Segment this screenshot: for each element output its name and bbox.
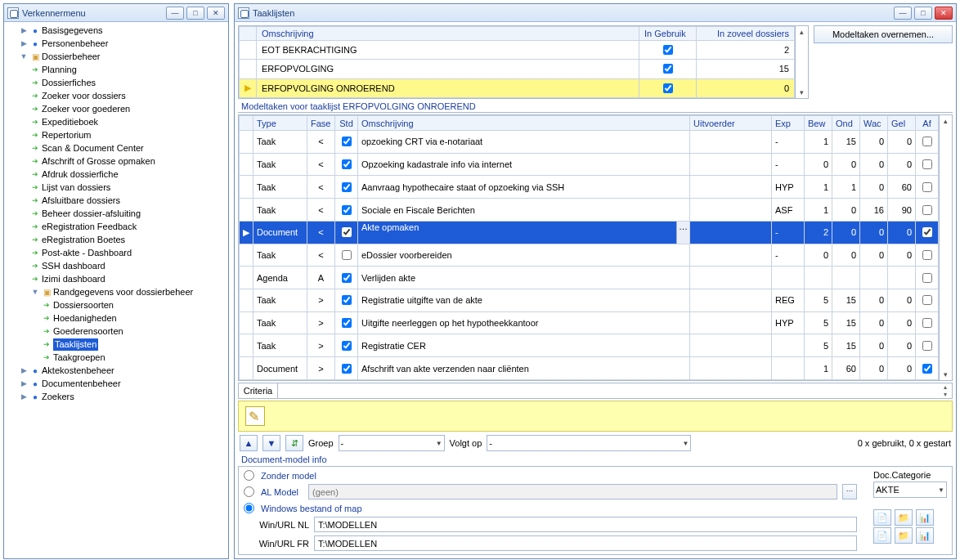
criteria-scroll[interactable]: ▴▾ [939, 383, 952, 398]
table-row[interactable]: ▶Document<Akte opmaken…-2000 [240, 221, 939, 244]
tree-leaf[interactable]: Taaklijsten [42, 338, 98, 351]
col-inzoveel[interactable]: In zoveel dossiers [697, 27, 795, 41]
tree-leaf[interactable]: eRegistration Feedback [30, 221, 137, 233]
col-wac[interactable]: Wac [860, 116, 888, 131]
criteria-value[interactable] [278, 383, 939, 398]
tree-node-zoekers[interactable]: ▶Zoekers [19, 391, 74, 403]
radio-windows-bestand[interactable]: Windows bestand of map [244, 503, 857, 513]
col-bew[interactable]: Bew [805, 116, 832, 131]
tree-leaf[interactable]: eRegistration Boetes [30, 234, 125, 246]
tree-leaf[interactable]: Beheer dossier-afsluiting [30, 208, 141, 220]
maximize-button[interactable]: □ [186, 7, 204, 20]
col-fase[interactable]: Fase [307, 116, 335, 131]
tree-leaf[interactable]: Dossiersoorten [42, 299, 114, 311]
af-checkbox[interactable] [922, 318, 932, 328]
af-checkbox[interactable] [922, 227, 932, 237]
volgtop-combo[interactable]: -▼ [487, 435, 691, 451]
tree-leaf[interactable]: Afdruk dossierfiche [30, 168, 119, 181]
maximize-button[interactable]: □ [914, 7, 932, 20]
ingebruik-checkbox[interactable] [663, 64, 673, 74]
fr-doc-icon[interactable]: 📄 [873, 527, 891, 544]
std-checkbox[interactable] [342, 341, 352, 351]
move-down-button[interactable]: ▼ [262, 435, 280, 451]
tree-leaf[interactable]: Goederensoorten [42, 325, 123, 338]
minimize-button[interactable]: — [894, 7, 912, 20]
std-checkbox[interactable] [342, 137, 352, 146]
table-row[interactable]: Taak>Registratie uitgifte van de akteREG… [240, 289, 939, 312]
tree-leaf[interactable]: Scan & Document Center [30, 142, 144, 155]
table-row[interactable]: Taak<Sociale en Fiscale BerichtenASF1016… [240, 199, 939, 222]
af-checkbox[interactable] [922, 341, 932, 351]
af-checkbox[interactable] [922, 182, 932, 192]
close-button[interactable]: ✕ [935, 7, 953, 20]
tree-node-aktekostenbeheer[interactable]: ▶Aktekostenbeheer [19, 365, 114, 377]
std-checkbox[interactable] [342, 318, 352, 328]
ingebruik-checkbox[interactable] [663, 83, 673, 93]
edit-icon[interactable] [245, 406, 265, 426]
radio-zonder-model[interactable]: Zonder model [244, 470, 857, 481]
std-checkbox[interactable] [342, 182, 352, 192]
col-type[interactable]: Type [253, 116, 307, 131]
col-ond[interactable]: Ond [832, 116, 860, 131]
table-row[interactable]: AgendaAVerlijden akte [240, 267, 939, 289]
modeltaken-overnemen-button[interactable]: Modeltaken overnemen... [814, 25, 953, 43]
table-row[interactable]: EOT BEKRACHTIGING2 [240, 41, 795, 60]
tree-leaf[interactable]: Taakgroepen [42, 352, 105, 364]
col-ingebruik[interactable]: In Gebruik [639, 27, 697, 41]
modeltaken-table[interactable]: Type Fase Std Omschrijving Uitvoerder Ex… [238, 114, 953, 381]
table-row[interactable]: Taak<Opzoeking kadastrale info via inter… [240, 153, 939, 176]
close-button[interactable]: ✕ [207, 7, 225, 20]
table-row[interactable]: Taak>Registratie CER51500 [240, 334, 939, 357]
refresh-button[interactable]: ⇵ [285, 435, 303, 451]
af-checkbox[interactable] [922, 364, 932, 374]
table-row[interactable]: Taak<opzoeking CRT via e-notariaat-11500 [240, 131, 939, 154]
taaklijsten-table[interactable]: Omschrijving In Gebruik In zoveel dossie… [238, 25, 809, 99]
tree-leaf[interactable]: Repertorium [30, 129, 92, 141]
std-checkbox[interactable] [342, 159, 352, 169]
doccategorie-combo[interactable]: AKTE▼ [873, 482, 947, 498]
table-row[interactable]: ERFOPVOLGING15 [240, 60, 795, 78]
af-checkbox[interactable] [922, 159, 932, 169]
table-row[interactable]: Document>Afschrift van akte verzenden na… [240, 357, 939, 380]
tree-leaf[interactable]: Afsluitbare dossiers [30, 195, 120, 207]
std-checkbox[interactable] [342, 227, 352, 237]
tree-leaf[interactable]: SSH dashboard [30, 260, 105, 272]
tree-leaf[interactable]: Afschrift of Grosse opmaken [30, 155, 155, 168]
col-uitvoerder[interactable]: Uitvoerder [690, 116, 772, 131]
tree-leaf[interactable]: Lijst van dossiers [30, 181, 110, 194]
groep-combo[interactable]: -▼ [339, 435, 445, 451]
table-scroll-nav[interactable]: ▴▾ [795, 26, 808, 98]
tree-node-basisgegevens[interactable]: ▶Basisgegevens [19, 25, 103, 37]
table-row[interactable]: Taak<Aanvraag hypothecaire staat of opzo… [240, 176, 939, 199]
af-checkbox[interactable] [922, 295, 932, 305]
explorer-titlebar[interactable]: Verkennermenu — □ ✕ [4, 4, 228, 22]
fr-folder-icon[interactable]: 📁 [895, 527, 913, 544]
nl-folder-icon[interactable]: 📁 [895, 509, 913, 526]
tree-leaf[interactable]: Hoedanigheden [42, 312, 117, 325]
std-checkbox[interactable] [342, 295, 352, 305]
std-checkbox[interactable] [342, 205, 352, 215]
tree-node-documentenbeheer[interactable]: ▶Documentenbeheer [19, 378, 121, 390]
af-checkbox[interactable] [922, 205, 932, 215]
af-checkbox[interactable] [922, 250, 932, 260]
col-gel[interactable]: Gel [888, 116, 916, 131]
tree-leaf[interactable]: Post-akte - Dashboard [30, 247, 132, 259]
col-omschrijving[interactable]: Omschrijving [358, 116, 690, 131]
tree-node-dossierbeheer[interactable]: ▼Dossierbeheer [19, 51, 101, 63]
nl-doc-icon[interactable]: 📄 [873, 509, 891, 526]
al-model-browse-button[interactable]: … [842, 484, 857, 500]
col-std[interactable]: Std [335, 116, 358, 131]
minimize-button[interactable]: — [166, 7, 184, 20]
tree-leaf[interactable]: Zoeker voor goederen [30, 103, 130, 115]
tree-leaf[interactable]: Izimi dashboard [30, 273, 105, 285]
row-ellipsis-button[interactable]: … [676, 222, 689, 244]
winurl-nl-field[interactable]: T:\MODELLEN [314, 517, 857, 532]
col-af[interactable]: Af [916, 116, 939, 131]
table-row[interactable]: Taak>Uitgifte neerleggen op het hypothee… [240, 311, 939, 334]
radio-al-model[interactable]: AL Model (geen) … [244, 484, 857, 500]
ingebruik-checkbox[interactable] [663, 45, 673, 55]
col-omschrijving[interactable]: Omschrijving [257, 27, 639, 41]
tree-node-randgegevens[interactable]: ▼Randgegevens voor dossierbeheer [30, 286, 193, 298]
tree-leaf[interactable]: Zoeker voor dossiers [30, 90, 126, 102]
table-row[interactable]: Taak<eDossier voorbereiden-0000 [240, 244, 939, 267]
